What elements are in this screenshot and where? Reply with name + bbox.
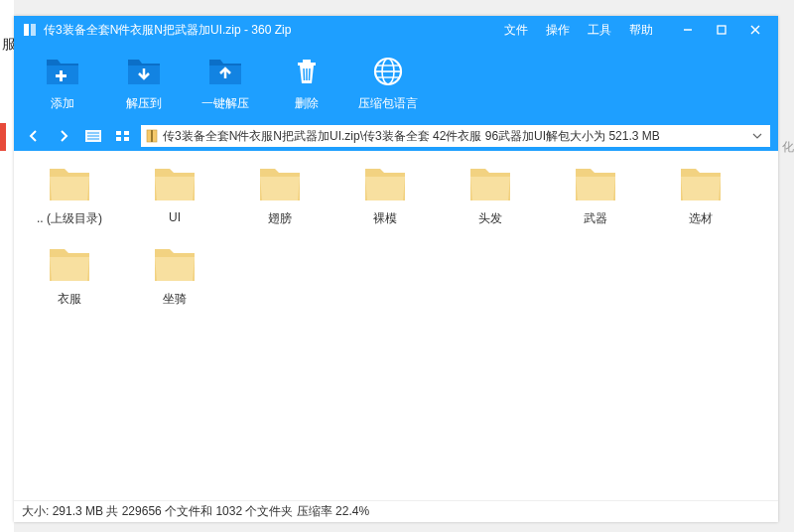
svg-rect-12 bbox=[303, 60, 311, 63]
svg-rect-0 bbox=[24, 24, 29, 36]
item-label: .. (上级目录) bbox=[37, 210, 102, 227]
svg-rect-25 bbox=[116, 131, 121, 135]
svg-rect-27 bbox=[116, 137, 121, 141]
svg-line-15 bbox=[310, 68, 311, 80]
folder-icon bbox=[47, 165, 92, 204]
archive-file-icon bbox=[145, 129, 159, 143]
globe-icon bbox=[369, 54, 407, 89]
archive-language-button[interactable]: 压缩包语言 bbox=[349, 54, 427, 112]
minimize-button[interactable] bbox=[671, 16, 705, 44]
status-text: 大小: 291.3 MB 共 229656 个文件和 1032 个文件夹 压缩率… bbox=[22, 503, 369, 520]
item-label: 裸模 bbox=[373, 210, 397, 227]
folder-item[interactable]: 裸模 bbox=[351, 165, 419, 227]
view-list-button[interactable] bbox=[81, 125, 105, 147]
menu-file[interactable]: 文件 bbox=[504, 22, 528, 39]
folder-icon bbox=[362, 165, 408, 204]
item-label: 头发 bbox=[478, 210, 502, 227]
folder-icon bbox=[47, 245, 92, 285]
file-grid: .. (上级目录)UI翅膀裸模头发武器选材衣服坐骑 bbox=[14, 151, 778, 500]
add-icon bbox=[44, 54, 81, 89]
folder-item[interactable]: 选材 bbox=[667, 165, 734, 227]
titlebar: 传3装备全套N件衣服N把武器加UI.zip - 360 Zip 文件 操作 工具… bbox=[14, 16, 778, 44]
window-controls bbox=[671, 16, 772, 44]
folder-icon bbox=[573, 165, 618, 204]
item-label: 翅膀 bbox=[268, 210, 292, 227]
folder-icon bbox=[467, 165, 513, 204]
parent-folder-item[interactable]: .. (上级目录) bbox=[36, 165, 103, 227]
folder-icon bbox=[152, 245, 198, 285]
folder-icon bbox=[257, 165, 303, 204]
close-button[interactable] bbox=[738, 16, 772, 44]
archive-window: 传3装备全套N件衣服N把武器加UI.zip - 360 Zip 文件 操作 工具… bbox=[14, 16, 778, 522]
back-button[interactable] bbox=[22, 125, 46, 147]
menu-operation[interactable]: 操作 bbox=[546, 22, 570, 39]
window-title: 传3装备全套N件衣服N把武器加UI.zip - 360 Zip bbox=[44, 22, 291, 39]
svg-line-13 bbox=[304, 68, 305, 80]
folder-item[interactable]: 武器 bbox=[562, 165, 629, 227]
item-label: 坐骑 bbox=[163, 291, 187, 308]
extract-to-button[interactable]: 解压到 bbox=[105, 54, 183, 112]
extract-to-icon bbox=[125, 54, 163, 89]
svg-rect-11 bbox=[298, 63, 316, 66]
statusbar: 大小: 291.3 MB 共 229656 个文件和 1032 个文件夹 压缩率… bbox=[14, 500, 778, 522]
menu-tools[interactable]: 工具 bbox=[588, 22, 611, 39]
path-text: 传3装备全套N件衣服N把武器加UI.zip\传3装备全套 42件衣服 96武器加… bbox=[163, 128, 744, 145]
folder-item[interactable]: 坐骑 bbox=[141, 245, 208, 308]
folder-item[interactable]: UI bbox=[141, 165, 208, 227]
path-input[interactable]: 传3装备全套N件衣服N把武器加UI.zip\传3装备全套 42件衣服 96武器加… bbox=[141, 125, 770, 147]
add-button[interactable]: 添加 bbox=[24, 54, 101, 112]
svg-rect-1 bbox=[31, 24, 36, 36]
svg-rect-28 bbox=[124, 137, 129, 141]
item-label: 选材 bbox=[689, 210, 713, 227]
view-icons-button[interactable] bbox=[111, 125, 135, 147]
svg-rect-8 bbox=[56, 74, 66, 77]
item-label: UI bbox=[169, 210, 181, 224]
folder-icon bbox=[678, 165, 724, 204]
navbar: 传3装备全套N件衣服N把武器加UI.zip\传3装备全套 42件衣服 96武器加… bbox=[14, 121, 778, 151]
svg-rect-3 bbox=[718, 26, 726, 34]
folder-item[interactable]: 头发 bbox=[457, 165, 524, 227]
one-click-extract-icon bbox=[206, 54, 244, 89]
path-dropdown[interactable] bbox=[748, 133, 766, 139]
app-icon bbox=[22, 22, 38, 38]
bg-text-right: 化 bbox=[782, 139, 794, 156]
toolbar: 添加 解压到 一键解压 删除 压缩包语言 bbox=[14, 44, 778, 121]
folder-icon bbox=[152, 165, 198, 204]
item-label: 武器 bbox=[584, 210, 607, 227]
svg-rect-26 bbox=[124, 131, 129, 135]
item-label: 衣服 bbox=[58, 291, 81, 308]
menu-help[interactable]: 帮助 bbox=[629, 22, 653, 39]
menu-bar: 文件 操作 工具 帮助 bbox=[504, 22, 653, 39]
folder-item[interactable]: 翅膀 bbox=[246, 165, 314, 227]
one-click-extract-button[interactable]: 一键解压 bbox=[187, 54, 264, 112]
folder-item[interactable]: 衣服 bbox=[36, 245, 103, 308]
delete-button[interactable]: 删除 bbox=[268, 54, 345, 112]
forward-button[interactable] bbox=[52, 125, 75, 147]
maximize-button[interactable] bbox=[705, 16, 738, 44]
svg-rect-30 bbox=[151, 130, 153, 142]
trash-icon bbox=[288, 54, 326, 89]
